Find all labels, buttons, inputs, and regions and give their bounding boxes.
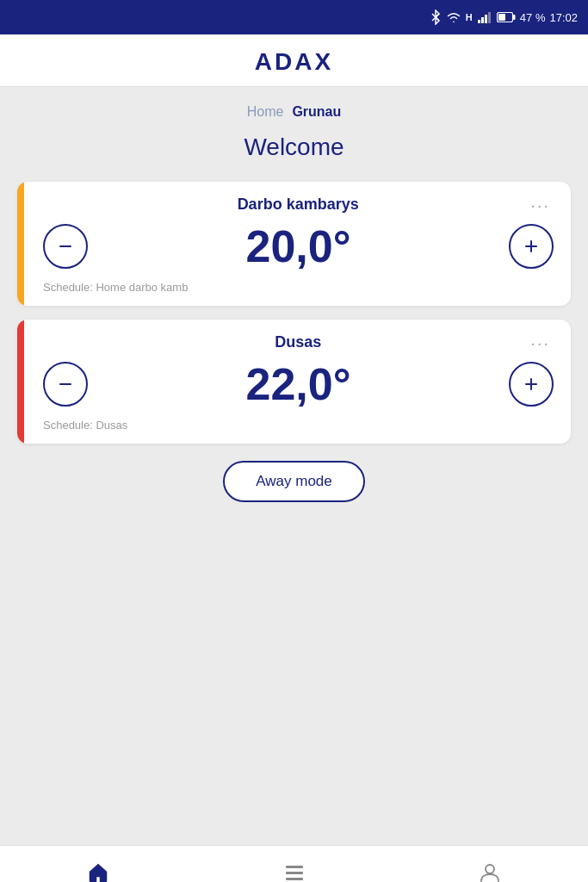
overview-icon	[282, 860, 306, 883]
svg-rect-0	[478, 20, 480, 23]
breadcrumb-home[interactable]: Home	[247, 104, 284, 120]
wifi-icon	[446, 11, 461, 23]
battery-icon	[497, 12, 516, 22]
bluetooth-icon	[430, 9, 442, 25]
schedule-label-dusas: Schedule: Dusas	[43, 419, 554, 432]
device-card-darbo-kambarys: Darbo kambarys ··· 20,0°	[17, 182, 571, 306]
battery-percent: 47 %	[520, 11, 546, 24]
h-signal-icon: H	[466, 12, 473, 22]
away-mode-container: Away mode	[17, 461, 571, 502]
time-display: 17:02	[549, 11, 578, 24]
account-icon	[478, 860, 502, 883]
temperature-darbo-kambarys: 20,0°	[245, 220, 350, 272]
svg-rect-14	[286, 872, 303, 874]
main-content: Home Grunau Welcome Darbo kambarys ···	[0, 87, 588, 845]
svg-rect-1	[481, 17, 484, 23]
increase-button-darbo-kambarys[interactable]	[509, 224, 554, 269]
card-color-bar-dusas	[17, 320, 24, 444]
bottom-nav: Home Overview Account	[0, 845, 588, 882]
card-header-dusas: Dusas ···	[43, 333, 554, 351]
device-name-darbo-kambarys: Darbo kambarys	[69, 196, 527, 214]
svg-rect-15	[286, 878, 303, 880]
welcome-title: Welcome	[17, 134, 571, 161]
plus-icon-darbo-kambarys	[523, 238, 540, 255]
minus-icon-darbo-kambarys	[57, 238, 74, 255]
schedule-label-darbo-kambarys: Schedule: Home darbo kamb	[43, 281, 554, 294]
plus-icon-dusas	[523, 376, 540, 393]
svg-rect-5	[513, 15, 516, 20]
status-icons: H 47 % 17:02	[430, 9, 578, 25]
svg-rect-3	[488, 12, 491, 23]
away-mode-button[interactable]: Away mode	[223, 461, 365, 502]
svg-point-16	[486, 865, 494, 873]
decrease-button-dusas[interactable]	[43, 362, 88, 407]
decrease-button-darbo-kambarys[interactable]	[43, 224, 88, 269]
nav-item-home[interactable]: Home	[0, 854, 196, 883]
svg-rect-6	[498, 14, 505, 21]
svg-rect-2	[485, 15, 487, 23]
svg-rect-13	[286, 866, 303, 868]
card-inner-darbo-kambarys: Darbo kambarys ··· 20,0°	[34, 196, 554, 294]
temperature-dusas: 22,0°	[245, 358, 350, 410]
card-inner-dusas: Dusas ··· 22,0°	[34, 333, 554, 432]
increase-button-dusas[interactable]	[509, 362, 554, 407]
minus-icon-dusas	[57, 376, 74, 393]
breadcrumb-active[interactable]: Grunau	[292, 104, 341, 120]
device-name-dusas: Dusas	[69, 333, 527, 351]
app-logo: ADAX	[255, 48, 333, 76]
device-cards-container: Darbo kambarys ··· 20,0°	[17, 182, 571, 444]
more-button-darbo-kambarys[interactable]: ···	[527, 196, 554, 214]
card-header-darbo-kambarys: Darbo kambarys ···	[43, 196, 554, 214]
signal-bars-icon	[477, 11, 492, 23]
card-controls-darbo-kambarys: 20,0°	[43, 220, 554, 272]
nav-item-overview[interactable]: Overview	[196, 854, 393, 883]
home-icon	[86, 860, 110, 883]
status-bar: H 47 % 17:02	[0, 0, 588, 34]
card-controls-dusas: 22,0°	[43, 358, 554, 410]
more-button-dusas[interactable]: ···	[527, 334, 554, 351]
device-card-dusas: Dusas ··· 22,0°	[17, 320, 571, 444]
app-header: ADAX	[0, 34, 588, 87]
breadcrumb: Home Grunau	[17, 104, 571, 120]
card-color-bar-darbo-kambarys	[17, 182, 24, 306]
nav-item-account[interactable]: Account	[392, 854, 588, 883]
